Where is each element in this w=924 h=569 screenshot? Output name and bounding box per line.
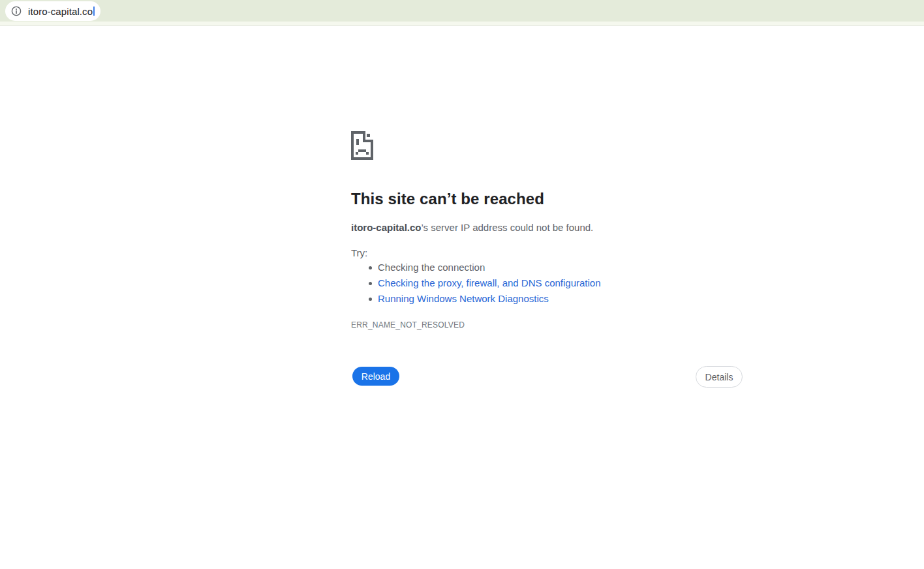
reload-button[interactable]: Reload: [352, 367, 399, 386]
sad-file-icon: [349, 130, 376, 161]
text-caret: [93, 7, 95, 16]
details-button[interactable]: Details: [696, 366, 743, 388]
url-text[interactable]: itoro-capital.co: [28, 6, 93, 17]
suggestion-item-connection: Checking the connection: [351, 260, 601, 275]
suggestion-link-text[interactable]: Checking the proxy, firewall, and DNS co…: [378, 277, 601, 288]
suggestion-item-diagnostics-link[interactable]: Running Windows Network Diagnostics: [351, 291, 601, 307]
error-subtitle-domain: itoro-capital.co: [351, 222, 422, 233]
suggestion-text: Checking the connection: [378, 262, 485, 273]
suggestion-item-proxy-link[interactable]: Checking the proxy, firewall, and DNS co…: [351, 275, 601, 291]
suggestion-link-text[interactable]: Running Windows Network Diagnostics: [378, 293, 549, 304]
page-title: This site can’t be reached: [351, 190, 544, 208]
error-subtitle-rest: ’s server IP address could not be found.: [422, 222, 594, 233]
error-page: This site can’t be reached itoro-capital…: [351, 0, 743, 569]
suggestion-list: Checking the connection Checking the pro…: [351, 260, 601, 307]
info-icon[interactable]: [9, 4, 23, 18]
try-label: Try:: [351, 247, 367, 258]
error-code: ERR_NAME_NOT_RESOLVED: [351, 320, 465, 330]
address-bar[interactable]: itoro-capital.co: [5, 1, 100, 21]
error-subtitle: itoro-capital.co’s server IP address cou…: [351, 222, 593, 233]
